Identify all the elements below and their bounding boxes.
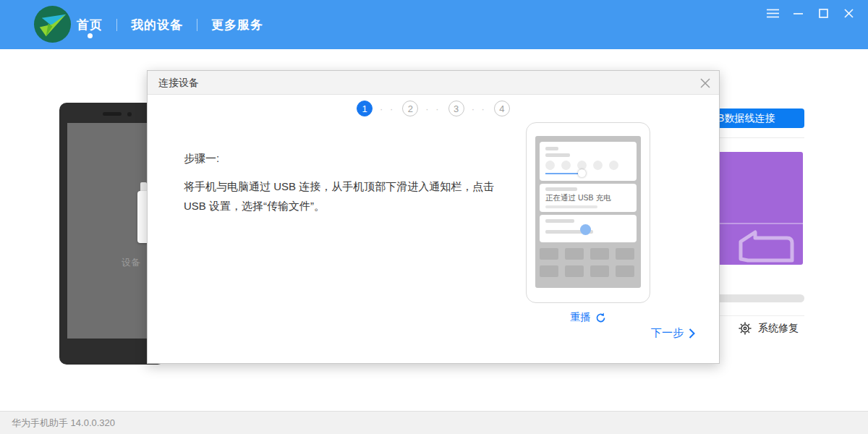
connect-device-dialog: 连接设备 1 · · 2 · · 3 · · 4 步骤一: 将手机与电脑通过 U… [147, 70, 720, 364]
phone-speaker [103, 112, 122, 116]
nav-item-home-label: 首页 [77, 17, 103, 33]
placeholder-bar [545, 205, 597, 208]
brightness-slider [545, 169, 631, 177]
chevron-right-icon [689, 328, 695, 339]
app-version-text: 华为手机助手 14.0.0.320 [12, 412, 115, 434]
replay-refresh-icon [595, 312, 606, 323]
main-nav: 首页 我的设备 更多服务 [77, 0, 263, 49]
menu-icon[interactable] [766, 7, 779, 20]
nav-item-more-services-label: 更多服务 [211, 17, 263, 33]
nav-item-my-devices[interactable]: 我的设备 [131, 0, 183, 49]
close-icon[interactable] [842, 7, 855, 20]
step-heading: 步骤一: [184, 152, 219, 166]
gear-icon [739, 322, 752, 335]
slider-knob [578, 169, 586, 177]
step-dots: · · [425, 103, 441, 114]
system-repair-button[interactable]: 系统修复 [739, 322, 799, 335]
maximize-icon[interactable] [817, 7, 830, 20]
step-3: 3 [448, 101, 464, 116]
quick-settings-card [540, 142, 637, 181]
placeholder-bar [545, 147, 558, 150]
usb-charging-notification-card: 正在通过 USB 充电 [540, 184, 637, 212]
step-instructions: 将手机与电脑通过 USB 连接，从手机顶部下滑进入通知栏，点击 USB 设置，选… [184, 176, 513, 216]
step-1-current: 1 [357, 101, 373, 116]
app-icon-grid [540, 248, 637, 277]
notification-toggle-card [540, 215, 637, 242]
step-dots: · · [472, 103, 487, 114]
next-step-button[interactable]: 下一步 [651, 326, 695, 340]
placeholder-bar [545, 153, 570, 157]
app-window: 首页 我的设备 更多服务 [0, 0, 868, 434]
nav-item-more-services[interactable]: 更多服务 [211, 0, 263, 49]
dialog-close-icon[interactable] [699, 77, 712, 90]
tutorial-phone-screen: 正在通过 USB 充电 [535, 136, 641, 288]
next-step-label: 下一步 [651, 326, 684, 340]
window-controls [766, 7, 855, 20]
app-logo-icon [33, 5, 72, 43]
device-label: 设备 [122, 256, 140, 269]
video-camera-icon [736, 227, 803, 263]
dialog-title: 连接设备 [158, 71, 199, 95]
nav-item-home[interactable]: 首页 [77, 0, 103, 49]
step-indicator: 1 · · 2 · · 3 · · 4 [148, 101, 719, 116]
replay-label: 重播 [571, 311, 591, 324]
tutorial-phone-illustration: 正在通过 USB 充电 [526, 122, 650, 303]
system-repair-label: 系统修复 [758, 322, 799, 335]
nav-divider [116, 19, 117, 31]
titlebar: 首页 我的设备 更多服务 [0, 0, 868, 49]
placeholder-bar [545, 187, 577, 191]
active-nav-dot [88, 33, 93, 38]
step-dots: · · [380, 103, 395, 114]
slider-track [545, 173, 582, 174]
minimize-icon[interactable] [791, 7, 804, 20]
nav-divider [197, 19, 197, 31]
step-4: 4 [494, 101, 510, 116]
replay-button[interactable]: 重播 [526, 311, 650, 324]
phone-camera [127, 112, 132, 116]
placeholder-bar [545, 219, 574, 223]
dialog-header: 连接设备 [148, 71, 719, 95]
usb-charging-text: 正在通过 USB 充电 [545, 193, 631, 203]
status-bar: 华为手机助手 14.0.0.320 [0, 411, 868, 434]
step-2: 2 [402, 101, 418, 116]
toggle-knob [580, 224, 591, 235]
nav-item-my-devices-label: 我的设备 [131, 17, 183, 33]
